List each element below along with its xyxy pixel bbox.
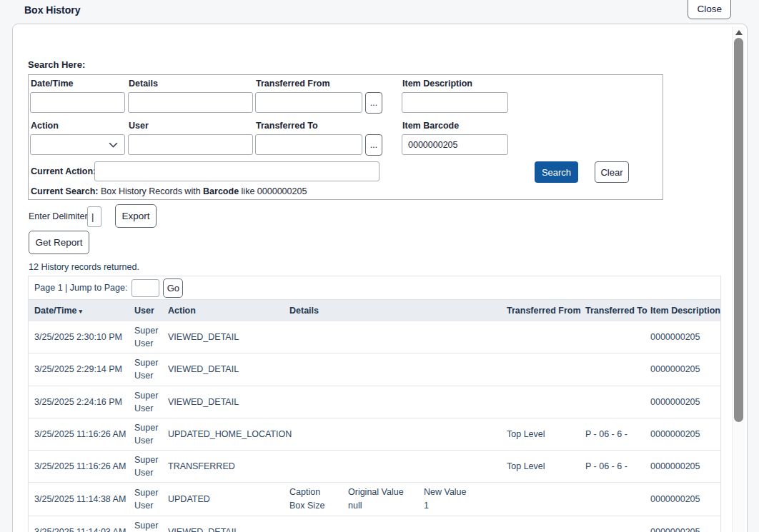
search-form: Date/Time Details Transferred From Item … [28,74,663,200]
cell-transferred-to [585,366,650,372]
chevron-down-icon [109,142,118,148]
cell-transferred-to [585,529,650,532]
export-button[interactable]: Export [115,204,157,228]
search-section-label: Search Here: [28,59,85,70]
cell-user: Super User [134,516,168,532]
table-row: 3/25/2025 11:16:26 AM Super User TRANSFE… [29,451,720,483]
cell-action: TRANSFERRED [168,457,289,476]
cell-transferred-to [585,399,650,405]
detail-new-value: 1 [424,499,504,512]
transferred-from-input[interactable] [255,92,362,113]
transferred-to-label: Transferred To [256,121,318,131]
current-search-summary: Current Search: Box History Records with… [31,186,307,196]
current-action-input[interactable] [94,161,380,181]
cell-datetime: 3/25/2025 2:24:16 PM [34,393,134,411]
pagination-bar: Page 1 | Jump to Page: Go [29,276,720,300]
cell-datetime: 3/25/2025 11:14:38 AM [34,490,134,508]
cell-user: Super User [134,483,168,515]
current-search-text-after: like 0000000205 [242,186,307,196]
cell-action: VIEWED_DETAIL [168,393,289,411]
user-input[interactable] [128,134,253,155]
cell-action: UPDATED_HOME_LOCATION [168,425,289,443]
datetime-label: Date/Time [31,79,74,89]
cell-datetime: 3/25/2025 2:29:14 PM [34,360,134,378]
item-barcode-input[interactable] [402,134,508,155]
page-title: Box History [24,4,81,16]
column-header-user[interactable]: User [134,306,168,316]
cell-item-description: 0000000205 [650,490,720,508]
scrollbar-thumb[interactable] [734,38,743,422]
table-header: Date/Time▾ User Action Details Transferr… [29,300,720,321]
current-search-text-before: Box History Records with [101,186,201,196]
item-description-input[interactable] [402,92,508,113]
cell-datetime: 3/25/2025 2:30:10 PM [34,328,134,346]
cell-transferred-to: P - 06 - 6 - [585,457,650,476]
action-label: Action [31,121,59,131]
go-button[interactable]: Go [163,278,183,298]
close-button[interactable]: Close [688,0,731,19]
table-row: 3/25/2025 11:14:38 AM Super User UPDATED… [29,483,720,516]
cell-details [289,334,507,340]
table-body: 3/25/2025 2:30:10 PM Super User VIEWED_D… [29,321,720,532]
cell-datetime: 3/25/2025 11:16:26 AM [34,457,134,476]
cell-datetime: 3/25/2025 11:14:03 AM [34,523,134,532]
table-row: 3/25/2025 11:14:03 AM Super User VIEWED_… [29,516,720,532]
action-select[interactable] [30,134,125,155]
detail-original-value: null [348,499,424,512]
current-action-label: Current Action: [31,166,96,176]
column-header-action[interactable]: Action [168,306,289,316]
table-row: 3/25/2025 2:29:14 PM Super User VIEWED_D… [29,353,720,386]
cell-item-description: 0000000205 [650,523,720,532]
datetime-input[interactable] [30,92,125,113]
column-header-datetime[interactable]: Date/Time▾ [34,306,134,316]
cell-transferred-from [507,496,585,502]
column-header-transferred-from[interactable]: Transferred From [507,306,585,316]
user-label: User [129,121,149,131]
cell-action: VIEWED_DETAIL [168,360,289,378]
item-barcode-label: Item Barcode [402,121,459,131]
record-count-text: 12 History records returned. [29,262,139,272]
details-input[interactable] [128,92,253,113]
cell-item-description: 0000000205 [650,393,720,411]
item-description-label: Item Description [402,79,472,89]
details-subtable: Caption Original Value New Value Box Siz… [289,486,504,512]
cell-details [289,431,507,437]
clear-button[interactable]: Clear [595,161,629,183]
column-header-item-description[interactable]: Item Description [650,306,720,316]
cell-details [289,529,507,532]
cell-user: Super User [134,418,168,450]
search-button[interactable]: Search [535,161,578,183]
cell-action: UPDATED [168,490,289,508]
page-indicator: Page 1 | Jump to Page: [34,283,127,293]
transferred-to-input[interactable] [255,134,362,155]
vertical-scrollbar[interactable] [732,26,745,532]
detail-caption-value: Box Size [289,499,348,512]
scroll-up-arrow-icon[interactable] [735,30,743,35]
current-search-label: Current Search: [31,186,98,196]
detail-subcol-new-value: New Value [424,486,504,498]
column-header-transferred-to[interactable]: Transferred To [585,306,650,316]
cell-details [289,463,507,469]
cell-action: VIEWED_DETAIL [168,328,289,346]
jump-to-page-input[interactable] [132,279,159,297]
column-header-details[interactable]: Details [289,306,507,316]
cell-transferred-from [507,366,585,372]
cell-action: VIEWED_DETAIL [168,523,289,532]
cell-details: Caption Original Value New Value Box Siz… [289,483,507,515]
cell-user: Super User [134,386,168,418]
cell-transferred-from: Top Level [507,425,585,443]
delimiter-input[interactable] [87,206,101,227]
cell-transferred-to [585,496,650,502]
transferred-from-browse-button[interactable]: ... [365,92,382,114]
transferred-to-browse-button[interactable]: ... [365,134,382,156]
cell-item-description: 0000000205 [650,457,720,476]
cell-datetime: 3/25/2025 11:16:26 AM [34,425,134,443]
table-row: 3/25/2025 11:16:26 AM Super User UPDATED… [29,418,720,451]
detail-subcol-original-value: Original Value [348,486,424,498]
cell-transferred-from [507,334,585,340]
get-report-button[interactable]: Get Report [29,231,89,254]
cell-details [289,399,507,405]
delimiter-label: Enter Delimiter: [29,211,90,221]
cell-transferred-from [507,529,585,532]
main-panel: Search Here: Date/Time Details Transferr… [12,24,748,532]
